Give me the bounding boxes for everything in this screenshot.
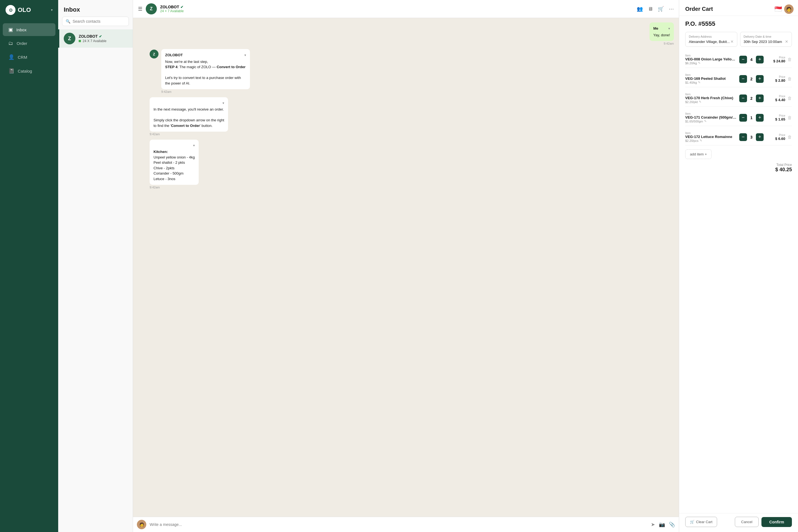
qty-increase-1[interactable]: + [756, 75, 764, 83]
item-label-2: Item [685, 93, 737, 96]
bubble-chevron-icon[interactable]: ▾ [668, 26, 670, 31]
item-edit-icon-3[interactable]: ✎ [704, 119, 706, 123]
qty-control-2: − 2 + [739, 94, 764, 102]
sidebar-item-order[interactable]: 🗂 Order [3, 37, 55, 50]
item-edit-icon-2[interactable]: ✎ [699, 100, 701, 103]
qty-control-4: − 3 + [739, 133, 764, 141]
qty-control-0: − 4 + [739, 56, 764, 63]
sidebar-item-inbox-label: Inbox [16, 27, 26, 32]
item-delete-3[interactable]: 🗑 [787, 115, 792, 120]
delivery-datetime-clear-icon[interactable]: ✕ [785, 39, 788, 44]
sidebar-logo: ⊙ OLO ▾ [0, 0, 58, 20]
bot-bubble-1: ZOLOBOT ▾ Now, we're at the last step, S… [161, 49, 250, 89]
qty-decrease-2[interactable]: − [739, 94, 747, 102]
item-unit-3: $1.65/500gm ✎ [685, 119, 737, 123]
verified-badge-icon: ✔ [99, 34, 102, 39]
message-input[interactable] [150, 522, 648, 527]
item-price-col-0: Price $ 24.80 [766, 56, 785, 63]
price-label-3: Price [766, 114, 785, 117]
chat-header-info: ZOLOBOT ✔ 24 × 7 Available [160, 5, 633, 13]
cart-icon[interactable]: 🛒 [658, 6, 664, 12]
item-price-col-3: Price $ 1.65 [766, 114, 785, 121]
attachment-icon[interactable]: 📎 [669, 521, 675, 528]
qty-decrease-1[interactable]: − [739, 75, 747, 83]
bot-chevron-icon-2[interactable]: ▾ [223, 100, 224, 106]
hamburger-menu-icon[interactable]: ☰ [138, 6, 142, 12]
item-delete-4[interactable]: 🗑 [787, 135, 792, 140]
sidebar-chevron-icon[interactable]: ▾ [51, 8, 53, 12]
contact-name: ZOLOBOT ✔ [79, 34, 128, 39]
contact-item-zolobot[interactable]: Z ZOLOBOT ✔ 24 X 7 Available [58, 30, 133, 48]
kitchen-chevron-icon[interactable]: ▾ [193, 143, 195, 148]
item-edit-icon-0[interactable]: ✎ [698, 61, 701, 65]
order-item-3: Item VEG-171 Corainder (500gm/pkt) $1.65… [685, 110, 792, 126]
cancel-button[interactable]: Cancel [735, 517, 759, 527]
chat-panel: ☰ Z ZOLOBOT ✔ 24 × 7 Available 👥 🖥 🛒 ⋯ M… [133, 0, 679, 532]
contact-avatar: Z [64, 33, 75, 44]
item-delete-2[interactable]: 🗑 [787, 96, 792, 101]
message-row-bot2: ▾ In the next message, you'll receive an… [138, 97, 674, 136]
sidebar-item-catalog[interactable]: 📓 Catalog [3, 64, 55, 77]
order-item-4: Item VEG-172 Lettuce Romainne $2.20/pcs … [685, 129, 792, 146]
bot-chevron-icon-1[interactable]: ▾ [244, 53, 246, 58]
bot-bubble-header-2: ▾ [153, 100, 224, 106]
chat-header-status: 24 × 7 Available [160, 9, 633, 13]
qty-increase-3[interactable]: + [756, 114, 764, 122]
item-delete-0[interactable]: 🗑 [787, 57, 792, 62]
qty-decrease-3[interactable]: − [739, 114, 747, 122]
search-input[interactable] [73, 19, 125, 23]
sidebar-item-inbox[interactable]: ▣ Inbox [3, 23, 55, 36]
sidebar-item-crm-label: CRM [18, 55, 27, 60]
sidebar: ⊙ OLO ▾ ▣ Inbox 🗂 Order 👤 CRM 📓 Catalog [0, 0, 58, 532]
price-label-2: Price [766, 95, 785, 98]
qty-increase-2[interactable]: + [756, 94, 764, 102]
delivery-row: Delivery Address Alexander Village, Buki… [685, 32, 792, 47]
qty-decrease-0[interactable]: − [739, 56, 747, 63]
search-bar[interactable]: 🔍 [62, 17, 129, 26]
add-item-row: add item + [685, 149, 792, 159]
order-icon: 🗂 [8, 40, 13, 46]
message-row-kitchen: ▾ Kitchen: Unpeel yellow onion - 4kg Pee… [138, 140, 674, 189]
qty-increase-0[interactable]: + [756, 56, 764, 63]
qty-value-0: 4 [749, 57, 754, 62]
item-price-col-2: Price $ 4.40 [766, 95, 785, 102]
qty-control-1: − 2 + [739, 75, 764, 83]
qty-increase-4[interactable]: + [756, 133, 764, 141]
qty-decrease-4[interactable]: − [739, 133, 747, 141]
screen-icon[interactable]: 🖥 [648, 6, 653, 12]
sidebar-item-crm[interactable]: 👤 CRM [3, 51, 55, 63]
order-cart-panel: Order Cart ✕ P.O. #5555 Delivery Address… [679, 0, 798, 532]
clear-cart-button[interactable]: 🛒 Clear Cart [685, 517, 717, 527]
confirm-button[interactable]: Confirm [761, 517, 792, 527]
price-label-4: Price [766, 134, 785, 137]
price-label-1: Price [766, 75, 785, 78]
item-edit-icon-4[interactable]: ✎ [700, 139, 702, 142]
order-item-1: Item VEG-169 Peeled Shallot $1.40/kg ✎ −… [685, 71, 792, 87]
inbox-icon: ▣ [8, 26, 13, 33]
camera-icon[interactable]: 📷 [659, 521, 665, 528]
item-label-4: Item [685, 132, 737, 135]
item-edit-icon-1[interactable]: ✎ [698, 81, 701, 84]
bot-bubble-header-1: ZOLOBOT ▾ [165, 52, 246, 58]
item-price-col-1: Price $ 2.80 [766, 75, 785, 82]
total-amount: 40.25 [779, 167, 792, 172]
contacts-icon[interactable]: 👥 [637, 6, 643, 12]
total-price-label: Total Price [775, 163, 792, 167]
item-unit-4: $2.20/pcs ✎ [685, 139, 737, 142]
user-avatar[interactable]: 🧑 [784, 4, 794, 14]
qty-value-1: 2 [749, 77, 754, 81]
add-item-button[interactable]: add item + [685, 149, 711, 159]
item-price-col-4: Price $ 6.60 [766, 134, 785, 141]
more-options-icon[interactable]: ⋯ [669, 6, 674, 12]
input-icons: ➤ 📷 📎 [651, 521, 675, 528]
po-number: P.O. #5555 [685, 20, 792, 27]
qty-value-3: 1 [749, 116, 754, 120]
item-label-3: Item [685, 112, 737, 115]
message-row-bot1: Z ZOLOBOT ▾ Now, we're at the last step,… [138, 49, 674, 93]
item-delete-1[interactable]: 🗑 [787, 76, 792, 81]
bubble-header: Me ▾ [653, 26, 670, 31]
send-icon[interactable]: ➤ [651, 521, 655, 528]
user-bubble: Me ▾ Yay, done! [649, 22, 674, 41]
delivery-address-clear-icon[interactable]: ✕ [730, 39, 734, 44]
price-label-0: Price [766, 56, 785, 59]
